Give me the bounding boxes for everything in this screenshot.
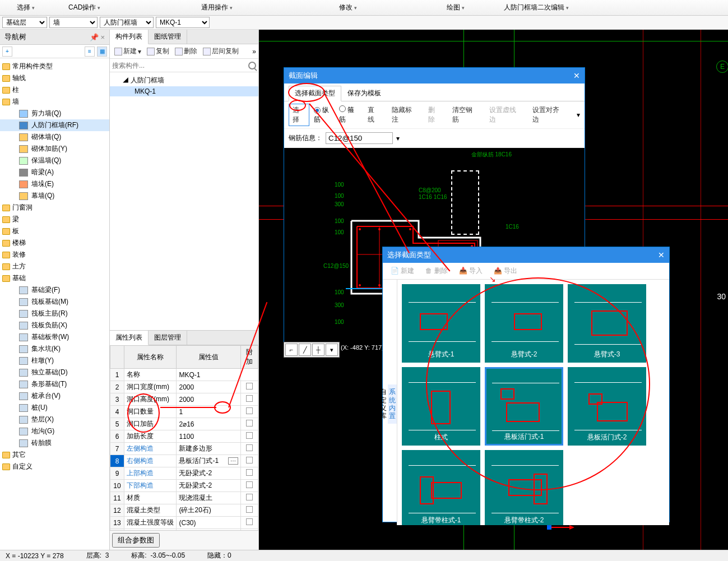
found-item-10[interactable]: 桩(U) bbox=[0, 402, 109, 414]
found-item-11[interactable]: 垫层(X) bbox=[0, 414, 109, 425]
radio-stirrup[interactable]: 箍筋 bbox=[339, 105, 360, 124]
tab-drawing-mgmt[interactable]: 图纸管理 bbox=[149, 30, 187, 44]
prop-cb-1[interactable] bbox=[246, 383, 253, 390]
tab-props[interactable]: 属性列表 bbox=[110, 331, 149, 345]
prop-value-10[interactable]: 现浇混凝土 bbox=[177, 492, 240, 504]
d2-export[interactable]: 📤 导出 bbox=[490, 265, 521, 277]
d2-new[interactable]: 📄 新建 bbox=[387, 265, 418, 277]
prop-value-11[interactable]: (碎土20石) bbox=[177, 504, 240, 517]
found-item-1[interactable]: 筏板基础(M) bbox=[0, 296, 109, 308]
common-types[interactable]: 常用构件类型 bbox=[0, 61, 109, 72]
d2-import[interactable]: 📥 导入 bbox=[456, 265, 486, 277]
section-card-3[interactable]: 柱式 bbox=[402, 367, 480, 446]
ribbon-edit2[interactable]: 人防门框墙二次编辑 bbox=[487, 3, 586, 12]
other-cat[interactable]: 其它 bbox=[0, 449, 109, 461]
wall-item-4[interactable]: 保温墙(Q) bbox=[0, 155, 109, 166]
chevron-down-icon[interactable]: ▾ bbox=[577, 111, 580, 119]
tab-save-template[interactable]: 保存为模板 bbox=[341, 86, 387, 101]
found-cat[interactable]: 基础 bbox=[0, 272, 109, 284]
prop-cb-9[interactable] bbox=[246, 481, 253, 488]
browse-button[interactable]: ⋯ bbox=[228, 457, 238, 465]
new-button[interactable]: 新建 ▾ bbox=[112, 45, 143, 57]
wall-item-6[interactable]: 墙垛(E) bbox=[0, 178, 109, 190]
prop-cb-3[interactable] bbox=[246, 407, 253, 414]
side-builtin[interactable]: 系统内置 bbox=[388, 384, 397, 424]
wall-cat[interactable]: 墙 bbox=[0, 96, 109, 108]
section-card-6[interactable]: 悬臂带柱式-1 bbox=[402, 450, 480, 525]
section-card-1[interactable]: 悬臂式-2 bbox=[485, 284, 563, 363]
section-card-2[interactable]: 悬臂式-3 bbox=[568, 284, 646, 363]
wall-item-0[interactable]: 剪力墙(Q) bbox=[0, 108, 109, 119]
radio-vertical[interactable]: 纵筋 bbox=[314, 105, 335, 124]
found-item-12[interactable]: 地沟(G) bbox=[0, 425, 109, 437]
delete-button[interactable]: 删除 bbox=[173, 45, 200, 57]
mid-cat-4[interactable]: 装修 bbox=[0, 249, 109, 261]
found-item-2[interactable]: 筏板主筋(R) bbox=[0, 308, 109, 319]
mid-cat-0[interactable]: 门窗洞 bbox=[0, 202, 109, 214]
found-item-6[interactable]: 柱墩(Y) bbox=[0, 355, 109, 367]
prop-value-2[interactable]: 2000 bbox=[177, 393, 240, 406]
prop-value-8[interactable]: 无卧梁式-2 bbox=[177, 467, 240, 480]
found-item-13[interactable]: 砖胎膜 bbox=[0, 437, 109, 449]
prop-value-6[interactable]: 新建多边形 bbox=[177, 443, 240, 455]
copy-button[interactable]: 复制 bbox=[145, 45, 171, 57]
d2-del[interactable]: 🗑 删除 bbox=[422, 265, 451, 277]
prop-value-7[interactable]: 悬板活门式-1⋯ bbox=[177, 455, 240, 467]
line-btn[interactable]: 直线 bbox=[364, 104, 384, 126]
mid-cat-2[interactable]: 板 bbox=[0, 225, 109, 237]
component-combo[interactable]: MKQ-1 bbox=[156, 17, 210, 28]
wall-item-3[interactable]: 砌体加筋(Y) bbox=[0, 143, 109, 155]
search-icon[interactable] bbox=[248, 62, 256, 69]
floor-copy-button[interactable]: 层间复制 bbox=[201, 45, 241, 57]
prop-cb-7[interactable] bbox=[246, 457, 253, 463]
ts1[interactable]: ⌐ bbox=[285, 344, 298, 356]
grid-view-icon[interactable]: ▦ bbox=[97, 47, 107, 57]
comp-leaf[interactable]: MKQ-1 bbox=[110, 86, 258, 96]
prop-cb-11[interactable] bbox=[246, 506, 253, 513]
prop-cb-6[interactable] bbox=[246, 444, 253, 451]
ts3[interactable]: ┼ bbox=[312, 344, 324, 356]
axis-cat[interactable]: 轴线 bbox=[0, 72, 109, 84]
side-custom[interactable]: 自定义库 bbox=[379, 384, 388, 424]
combo-params-button[interactable]: 组合参数图 bbox=[112, 533, 160, 548]
dialog2-titlebar[interactable]: 选择截面类型✕ bbox=[383, 247, 669, 263]
prop-cb-10[interactable] bbox=[246, 494, 253, 500]
section-card-5[interactable]: 悬板活门式-2 bbox=[568, 367, 646, 446]
wall-item-1[interactable]: 人防门框墙(RF) bbox=[0, 119, 109, 131]
prop-value-1[interactable]: 2000 bbox=[177, 381, 240, 393]
search-input[interactable] bbox=[112, 62, 248, 69]
prop-cb-4[interactable] bbox=[246, 420, 253, 426]
more-icon[interactable]: » bbox=[252, 48, 256, 55]
wall-item-7[interactable]: 幕墙(Q) bbox=[0, 190, 109, 202]
wall-item-2[interactable]: 砌体墙(Q) bbox=[0, 131, 109, 143]
section-card-4[interactable]: 悬板活门式-1 bbox=[485, 367, 563, 446]
prop-cb-5[interactable] bbox=[246, 432, 253, 439]
found-item-0[interactable]: 基础梁(F) bbox=[0, 284, 109, 296]
type-combo[interactable]: 人防门框墙 bbox=[100, 17, 154, 28]
mid-cat-3[interactable]: 楼梯 bbox=[0, 237, 109, 249]
list-view-icon[interactable]: ≡ bbox=[85, 47, 95, 57]
dialog1-titlebar[interactable]: 截面编辑✕ bbox=[284, 68, 585, 84]
align-edge-btn[interactable]: 设置对齐边 bbox=[529, 104, 568, 126]
prop-value-4[interactable]: 2⌀16 bbox=[177, 418, 240, 430]
pin-icon[interactable]: 📌 × bbox=[90, 33, 105, 41]
mid-cat-1[interactable]: 梁 bbox=[0, 214, 109, 225]
wall-item-5[interactable]: 暗梁(A) bbox=[0, 166, 109, 178]
delete-btn[interactable]: 删除 bbox=[425, 104, 444, 126]
tab-comp-list[interactable]: 构件列表 bbox=[110, 30, 149, 44]
rebar-input[interactable] bbox=[326, 132, 393, 144]
close-icon[interactable]: ✕ bbox=[658, 251, 665, 259]
custom-cat[interactable]: 自定义 bbox=[0, 461, 109, 472]
found-item-8[interactable]: 条形基础(T) bbox=[0, 378, 109, 390]
ribbon-draw[interactable]: 绘图 bbox=[430, 3, 481, 12]
column-cat[interactable]: 柱 bbox=[0, 84, 109, 96]
found-item-3[interactable]: 筏板负筋(X) bbox=[0, 319, 109, 331]
found-item-9[interactable]: 桩承台(V) bbox=[0, 390, 109, 402]
clear-rebar-btn[interactable]: 清空钢筋 bbox=[449, 104, 481, 126]
section-card-0[interactable]: 悬臂式-1 bbox=[402, 284, 480, 363]
floor-combo[interactable]: 基础层 bbox=[2, 17, 47, 28]
prop-value-5[interactable]: 1100 bbox=[177, 430, 240, 443]
ribbon-modify[interactable]: 修改 bbox=[322, 3, 374, 12]
ribbon-select[interactable]: 选择 bbox=[0, 3, 52, 12]
ts2[interactable]: ╱ bbox=[299, 344, 311, 356]
